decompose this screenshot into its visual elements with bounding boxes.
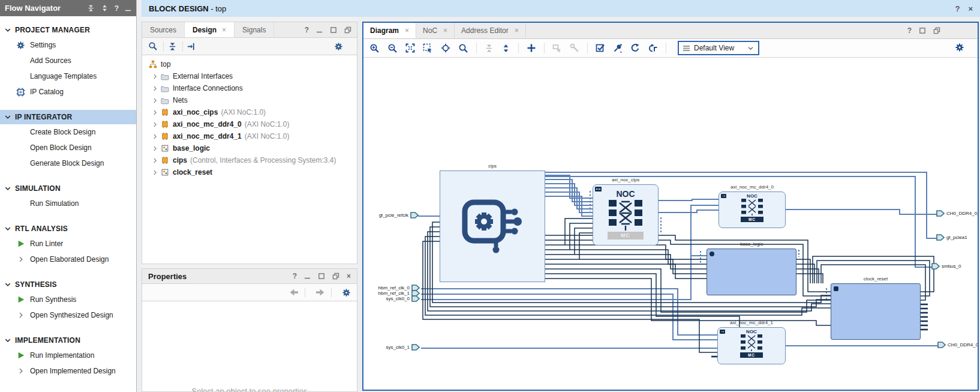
float-icon[interactable] (332, 273, 339, 280)
tab-diagram[interactable]: Diagram × (363, 23, 416, 38)
chevron-right-icon[interactable] (151, 97, 159, 104)
tab-sources[interactable]: Sources (142, 22, 185, 37)
zoom-fit-icon[interactable] (405, 43, 415, 53)
close-icon[interactable]: × (347, 272, 351, 280)
tree-item-nets[interactable]: Nets (142, 94, 357, 106)
locate-selected-icon[interactable] (187, 42, 196, 51)
tree-root-top[interactable]: top (142, 58, 357, 70)
port-sys-clk0-1[interactable]: sys_clk0_1 (363, 344, 420, 351)
minimize-icon[interactable] (125, 5, 131, 12)
zoom-selection-icon[interactable] (423, 43, 433, 53)
chevron-right-icon[interactable] (151, 121, 159, 128)
collapse-all-icon[interactable] (87, 4, 95, 12)
tree-item-interface-connections[interactable]: Interface Connections (142, 82, 357, 94)
view-selector-dropdown[interactable]: Default View (678, 41, 759, 55)
port-sys-clk0-0[interactable]: sys_clk0_0 (363, 295, 420, 302)
port-ch0-ddr4-0-1[interactable]: CH0_DDR4_0_1 (937, 342, 978, 348)
port-smbus-0[interactable]: smbus_0 (931, 263, 961, 270)
gear-icon[interactable] (342, 288, 351, 297)
block-axi-noc-mc-ddr4-0[interactable]: NOC MC (719, 191, 786, 228)
back-arrow-icon[interactable] (289, 288, 299, 297)
customize-block-icon[interactable] (570, 43, 579, 53)
tab-noc[interactable]: NoC × (416, 23, 455, 38)
block-axi-noc-mc-ddr4-1[interactable]: NOC MC (717, 327, 786, 364)
gear-icon[interactable] (334, 42, 343, 51)
block-clock-reset[interactable] (831, 283, 921, 340)
tree-item-cips[interactable]: cips (Control, Interfaces & Processing S… (142, 154, 357, 166)
tab-design[interactable]: Design × (185, 22, 235, 37)
zoom-in-icon[interactable] (369, 43, 380, 53)
tree-item-axi-noc-cips[interactable]: axi_noc_cips (AXI NoC:1.0) (142, 106, 357, 118)
nav-item-generate-block-design[interactable]: Generate Block Design (0, 155, 136, 171)
float-icon[interactable] (344, 26, 351, 34)
chevron-right-icon[interactable] (151, 109, 159, 116)
chevron-right-icon[interactable] (151, 85, 159, 92)
port-gt-pcie-refclk[interactable]: gt_pcie_refclk (363, 212, 419, 219)
tree-item-clock-reset[interactable]: clock_reset (142, 166, 357, 178)
nav-item-open-block-design[interactable]: Open Block Design (0, 140, 136, 155)
minimize-icon[interactable] (304, 273, 311, 280)
nav-item-run-synthesis[interactable]: Run Synthesis (0, 292, 136, 307)
make-external-icon[interactable] (552, 43, 562, 53)
maximize-icon[interactable] (330, 26, 337, 34)
nav-item-open-elaborated-design[interactable]: Open Elaborated Design (0, 252, 136, 267)
tree-item-base-logic[interactable]: base_logic (142, 142, 357, 154)
minimize-icon[interactable] (316, 26, 323, 34)
forward-arrow-icon[interactable] (315, 288, 325, 297)
tree-item-external-interfaces[interactable]: External Interfaces (142, 70, 357, 82)
nav-item-add-sources[interactable]: Add Sources (0, 53, 136, 68)
help-icon[interactable]: ? (115, 4, 119, 13)
section-implementation[interactable]: IMPLEMENTATION (0, 333, 136, 348)
block-menu-icon[interactable] (721, 194, 726, 198)
tree-item-axi-noc-mc-ddr4-1[interactable]: axi_noc_mc_ddr4_1 (AXI NoC:1.0) (142, 130, 357, 142)
nav-item-run-simulation[interactable]: Run Simulation (0, 196, 136, 211)
help-icon[interactable]: ? (293, 272, 297, 280)
close-tab-icon[interactable]: × (222, 26, 226, 34)
chevron-right-icon[interactable] (151, 133, 159, 140)
pin-icon[interactable] (613, 43, 623, 53)
tab-address-editor[interactable]: Address Editor × (455, 23, 526, 38)
tab-signals[interactable]: Signals (235, 22, 274, 37)
section-simulation[interactable]: SIMULATION (0, 181, 136, 196)
collapse-all-icon[interactable] (168, 42, 177, 51)
diagram-canvas[interactable]: cips axi_noc_cips NOC MC (363, 58, 978, 390)
gear-icon[interactable] (955, 43, 964, 52)
chevron-right-icon[interactable] (151, 73, 159, 80)
nav-item-run-linter[interactable]: Run Linter (0, 236, 136, 252)
tree-item-axi-noc-mc-ddr4-0[interactable]: axi_noc_mc_ddr4_0 (AXI NoC:1.0) (142, 118, 357, 130)
chevron-right-icon[interactable] (151, 145, 159, 152)
close-tab-icon[interactable]: × (405, 26, 409, 35)
chevron-right-icon[interactable] (151, 169, 159, 176)
port-gt-pciea1[interactable]: gt_pciea1 (936, 234, 967, 241)
close-tab-icon[interactable]: × (515, 26, 519, 35)
block-menu-icon[interactable] (710, 252, 714, 256)
validate-design-icon[interactable] (596, 43, 605, 53)
block-axi-noc-cips[interactable]: NOC MC (593, 184, 659, 246)
chevron-right-icon[interactable] (151, 157, 159, 164)
nav-item-run-implementation[interactable]: Run Implementation (0, 348, 136, 363)
expand-all-icon[interactable] (101, 4, 109, 12)
search-icon[interactable] (458, 43, 468, 53)
nav-item-open-implemented-design[interactable]: Open Implemented Design (0, 363, 136, 379)
close-tab-icon[interactable]: × (443, 26, 447, 35)
nav-item-ip-catalog[interactable]: IP Catalog (0, 84, 136, 100)
block-menu-icon[interactable] (834, 286, 838, 291)
refresh-icon[interactable] (630, 43, 640, 53)
nav-item-create-block-design[interactable]: Create Block Design (0, 124, 136, 140)
zoom-out-icon[interactable] (387, 43, 398, 53)
port-ch0-ddr4-0-0[interactable]: CH0_DDR4_0_0 (936, 210, 978, 217)
block-menu-icon[interactable] (720, 330, 725, 334)
collapse-all-icon[interactable] (485, 44, 494, 53)
help-icon[interactable]: ? (907, 26, 912, 35)
block-base-logic[interactable] (707, 249, 796, 295)
section-synthesis[interactable]: SYNTHESIS (0, 277, 136, 292)
section-project-manager[interactable]: PROJECT MANAGER (0, 23, 136, 37)
section-rtl-analysis[interactable]: RTL ANALYSIS (0, 222, 136, 236)
float-icon[interactable] (933, 27, 940, 34)
nav-item-settings[interactable]: Settings (0, 37, 136, 53)
regenerate-layout-icon[interactable] (648, 43, 658, 53)
add-ip-icon[interactable] (527, 43, 536, 53)
section-ip-integrator[interactable]: IP INTEGRATOR (0, 110, 136, 124)
help-icon[interactable]: ? (305, 26, 309, 34)
block-cips[interactable] (440, 170, 545, 282)
